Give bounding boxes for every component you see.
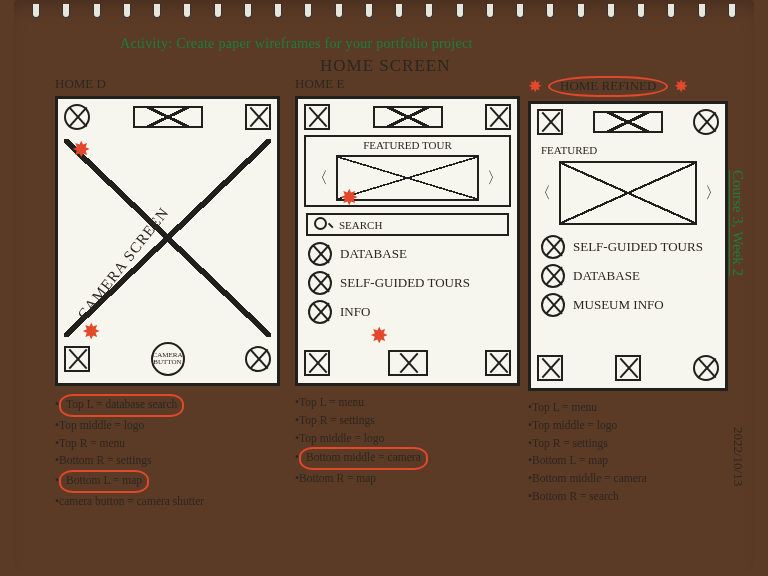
bottom-middle-icon: [615, 355, 641, 381]
option-museum-info: MUSEUM INFO: [541, 293, 715, 317]
logo-placeholder-icon: [373, 106, 443, 128]
top-left-icon: [537, 109, 563, 135]
star-annotation-icon: ✸: [72, 137, 90, 163]
wireframe-refined-notes: •Top L = menu •Top middle = logo •Top R …: [528, 399, 728, 506]
bottom-right-icon: [693, 355, 719, 381]
logo-placeholder-icon: [133, 106, 203, 128]
wireframe-e-frame: FEATURED TOUR 〈 〉 ✸ SEARCH DATABASE SELF…: [295, 96, 520, 386]
option-icon: [541, 293, 565, 317]
top-left-icon: [304, 104, 330, 130]
bottom-left-icon: [537, 355, 563, 381]
option-self-guided: SELF-GUIDED TOURS: [541, 235, 715, 259]
featured-tour-label: FEATURED TOUR: [306, 137, 509, 151]
top-right-icon: [485, 104, 511, 130]
bottom-right-icon: [485, 350, 511, 376]
wireframe-e-notes: •Top L = menu •Top R = settings •Top mid…: [295, 394, 520, 488]
featured-label: FEATURED: [531, 140, 725, 156]
option-icon: [541, 264, 565, 288]
chevron-right-icon: 〉: [485, 168, 505, 189]
bottom-left-icon: [64, 346, 90, 372]
option-icon: [308, 300, 332, 324]
star-annotation-icon: ✸: [674, 78, 688, 95]
wireframe-e-title: HOME E: [295, 76, 520, 92]
star-annotation-icon: ✸: [340, 185, 358, 211]
featured-image-placeholder: [559, 161, 697, 225]
wireframe-d-title: HOME D: [55, 76, 280, 92]
top-right-icon: [693, 109, 719, 135]
star-annotation-icon: ✸: [528, 78, 542, 95]
bottom-left-icon: [304, 350, 330, 376]
option-database: DATABASE: [308, 242, 507, 266]
course-label: Course 3, Week 2: [729, 170, 746, 276]
activity-heading: Activity: Create paper wireframes for yo…: [120, 36, 473, 52]
chevron-right-icon: 〉: [703, 183, 723, 204]
option-icon: [308, 271, 332, 295]
wireframe-refined-title: ✸ HOME REFINED ✸: [528, 76, 728, 97]
top-left-icon: [64, 104, 90, 130]
bottom-middle-icon: [388, 350, 428, 376]
chevron-left-icon: 〈: [310, 168, 330, 189]
bottom-right-icon: [245, 346, 271, 372]
logo-placeholder-icon: [593, 111, 663, 133]
option-icon: [308, 242, 332, 266]
wireframe-refined-frame: FEATURED 〈 〉 SELF-GUIDED TOURS DATABASE …: [528, 101, 728, 391]
wireframe-d-frame: CAMERA SCREEN ✸ ✸ CAMERA BUTTON: [55, 96, 280, 386]
search-icon: [314, 217, 333, 232]
top-right-icon: [245, 104, 271, 130]
wireframe-d-notes: •Top L = database search •Top middle = l…: [55, 394, 280, 511]
option-database: DATABASE: [541, 264, 715, 288]
chevron-left-icon: 〈: [533, 183, 553, 204]
notebook-spiral: [28, 4, 740, 18]
option-icon: [541, 235, 565, 259]
option-self-guided: SELF-GUIDED TOURS: [308, 271, 507, 295]
page-title: HOME SCREEN: [320, 56, 450, 76]
camera-shutter-button: CAMERA BUTTON: [151, 342, 185, 376]
date-label: 2022/10/13: [730, 427, 746, 486]
option-info: INFO: [308, 300, 507, 324]
search-bar: SEARCH: [306, 213, 509, 236]
